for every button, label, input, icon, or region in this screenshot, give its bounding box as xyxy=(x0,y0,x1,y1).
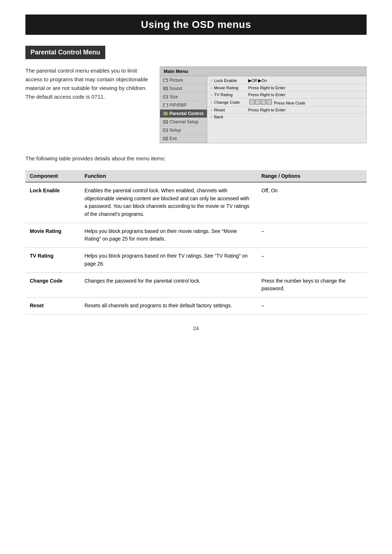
osd-row-code: ○ Change Code Press New Code xyxy=(207,98,366,107)
section-header: Parental Control Menu xyxy=(25,46,105,59)
osd-bullet: ○ xyxy=(210,93,213,97)
intro-layout: The parental control menu enables you to… xyxy=(25,66,367,143)
osd-movie-label: Movie Rating xyxy=(214,86,247,90)
size-icon: ⊞ xyxy=(163,95,168,99)
osd-menu-setup[interactable]: ⚙ Setup xyxy=(160,126,207,135)
table-row: TV Rating Helps you block programs based… xyxy=(25,248,367,272)
code-box-1 xyxy=(249,99,254,104)
osd-bullet: ○ xyxy=(210,78,213,83)
osd-menu-size[interactable]: ⊞ Size xyxy=(160,93,207,101)
osd-menu-label: Picture xyxy=(170,78,183,83)
osd-menu-col: ▶ Picture ♪ Sound ⊞ Size ▣ PIP/PBP xyxy=(160,76,207,143)
cell-component: Lock Enable xyxy=(25,182,80,223)
osd-tv-value: Press Right to Enter xyxy=(248,93,363,97)
cell-range: Press the number keys to change the pass… xyxy=(257,272,367,297)
cell-function: Changes the password for the parental co… xyxy=(80,272,257,297)
cell-range: Off, On xyxy=(257,182,367,223)
osd-menu-parental[interactable]: 🔒 Parental Control xyxy=(160,110,207,118)
cell-range: – xyxy=(257,223,367,247)
following-text: The following table provides details abo… xyxy=(25,154,367,163)
osd-row-tv: ○ TV Rating Press Right to Enter xyxy=(207,91,366,98)
osd-row-movie: ○ Movie Rating Press Right to Enter xyxy=(207,85,366,91)
page: Using the OSD menus Parental Control Men… xyxy=(0,0,392,554)
osd-menu-label: Size xyxy=(170,94,178,99)
cell-function: Helps you block programs based on their … xyxy=(80,223,257,247)
osd-panel: Main Menu ▶ Picture ♪ Sound ⊞ Size xyxy=(160,66,367,143)
osd-movie-value: Press Right to Enter xyxy=(248,86,363,90)
osd-menu-label: Parental Control xyxy=(170,111,203,116)
table-row: Lock Enable Enables the parental control… xyxy=(25,182,367,223)
osd-row-reset: ○ Reset Press Right to Enter xyxy=(207,107,366,114)
osd-bullet: ○ xyxy=(210,100,213,104)
table-header: Component Function Range / Options xyxy=(25,170,367,182)
page-number: 24 xyxy=(25,325,367,331)
cell-function: Resets all channels and programs to thei… xyxy=(80,297,257,314)
cell-range: – xyxy=(257,297,367,314)
osd-bullet: ○ xyxy=(210,115,213,119)
osd-body: ▶ Picture ♪ Sound ⊞ Size ▣ PIP/PBP xyxy=(160,76,366,143)
osd-menu-picture[interactable]: ▶ Picture xyxy=(160,76,207,85)
cell-component: Reset xyxy=(25,297,80,314)
osd-menu-label: PIP/PBP xyxy=(170,103,187,108)
code-box-2 xyxy=(255,99,260,104)
table-body: Lock Enable Enables the parental control… xyxy=(25,182,367,314)
osd-bullet: ○ xyxy=(210,108,213,112)
cell-function: Helps you block programs based on their … xyxy=(80,248,257,272)
osd-tv-label: TV Rating xyxy=(214,93,247,97)
osd-menu-sound[interactable]: ♪ Sound xyxy=(160,85,207,93)
osd-row-back: ○ Back xyxy=(207,114,366,120)
osd-menu-label: Setup xyxy=(170,128,181,133)
code-box-3 xyxy=(261,99,266,104)
osd-back-label: Back xyxy=(214,115,247,119)
data-table: Component Function Range / Options Lock … xyxy=(25,170,367,315)
osd-menu-exit[interactable]: ↩ Exit xyxy=(160,135,207,143)
osd-reset-value: Press Right to Enter xyxy=(248,108,363,112)
cell-component: TV Rating xyxy=(25,248,80,272)
osd-menu-label: Sound xyxy=(170,86,182,91)
osd-bullet: ○ xyxy=(210,86,213,90)
picture-icon: ▶ xyxy=(163,78,168,82)
exit-icon: ↩ xyxy=(163,137,168,140)
table-header-row: Component Function Range / Options xyxy=(25,170,367,182)
sound-icon: ♪ xyxy=(163,87,168,90)
table-row: Reset Resets all channels and programs t… xyxy=(25,297,367,314)
page-title: Using the OSD menus xyxy=(25,15,367,35)
osd-title-bar: Main Menu xyxy=(160,67,366,76)
parental-icon: 🔒 xyxy=(163,112,168,115)
cell-component: Change Code xyxy=(25,272,80,297)
osd-menu-label: Exit xyxy=(170,136,177,141)
osd-lock-value: ▶Off ▶On xyxy=(248,78,363,83)
table-row: Movie Rating Helps you block programs ba… xyxy=(25,223,367,247)
osd-menu-pipbp[interactable]: ▣ PIP/PBP xyxy=(160,101,207,110)
osd-code-label: Change Code xyxy=(214,100,247,104)
osd-menu-label: Channel Setup xyxy=(170,119,198,124)
osd-reset-label: Reset xyxy=(214,108,247,112)
pip-icon: ▣ xyxy=(163,103,168,107)
intro-text: The parental control menu enables you to… xyxy=(25,66,149,101)
cell-component: Movie Rating xyxy=(25,223,80,247)
table-row: Change Code Changes the password for the… xyxy=(25,272,367,297)
col-range: Range / Options xyxy=(257,170,367,182)
osd-lock-label: Lock Enable xyxy=(214,78,247,83)
cell-range: – xyxy=(257,248,367,272)
cell-function: Enables the parental control lock. When … xyxy=(80,182,257,223)
setup-icon: ⚙ xyxy=(163,128,168,132)
osd-row-lock: ○ Lock Enable ▶Off ▶On xyxy=(207,77,366,85)
osd-code-value: Press New Code xyxy=(248,99,363,105)
code-boxes xyxy=(249,99,272,104)
col-component: Component xyxy=(25,170,80,182)
osd-menu-channel[interactable]: ≡ Channel Setup xyxy=(160,118,207,126)
channel-icon: ≡ xyxy=(163,120,168,124)
osd-content-col: ○ Lock Enable ▶Off ▶On ○ Movie Rating Pr… xyxy=(207,76,366,143)
code-box-4 xyxy=(267,99,272,104)
col-function: Function xyxy=(80,170,257,182)
